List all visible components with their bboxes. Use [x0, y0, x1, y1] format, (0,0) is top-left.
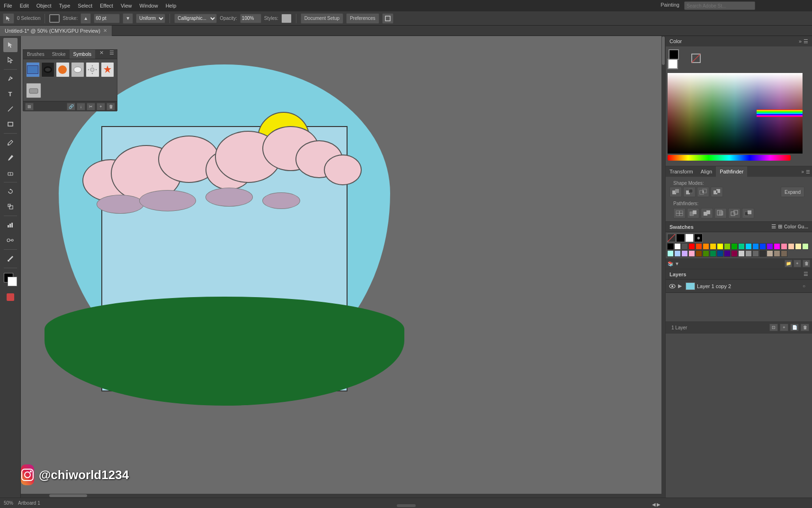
selection-tool[interactable] [3, 38, 18, 52]
swatch-item[interactable] [738, 250, 745, 257]
menu-effect[interactable]: Effect [100, 3, 113, 9]
minus-back-icon[interactable] [742, 208, 754, 218]
minus-front-icon[interactable] [683, 187, 696, 197]
swatch-item[interactable] [759, 243, 766, 250]
swatch-item[interactable] [674, 250, 681, 257]
pencil-tool[interactable] [3, 151, 18, 165]
swap-colors-btn[interactable] [3, 290, 18, 304]
color-panel-header[interactable]: Color » ☰ [666, 36, 812, 46]
preferences-btn[interactable]: Preferences [346, 13, 379, 24]
layer-visibility-icon[interactable] [669, 282, 676, 290]
scale-tool[interactable] [3, 200, 18, 214]
intersect-icon[interactable] [697, 187, 709, 197]
outline-icon[interactable] [728, 208, 741, 218]
swatch-item[interactable] [802, 243, 809, 250]
extra-tool-btn[interactable] [382, 13, 393, 24]
none-swatch[interactable] [667, 234, 676, 242]
swatch-item[interactable] [710, 243, 716, 250]
swatch-lib-btn[interactable]: 📚 [668, 261, 673, 266]
menu-object[interactable]: Object [36, 3, 52, 9]
exclude-icon[interactable] [711, 187, 723, 197]
stroke-tab[interactable]: Stroke [48, 50, 70, 59]
swatch-item[interactable] [681, 243, 688, 250]
menu-help[interactable]: Help [166, 3, 177, 9]
document-setup-btn[interactable]: Document Setup [301, 13, 343, 24]
document-tab[interactable]: Untitled-1* @ 50% (CMYK/GPU Preview) ✕ [0, 26, 112, 36]
brushes-panel-menu-icon[interactable]: ☰ [107, 50, 117, 59]
bp-layer-icon[interactable]: ⊞ [25, 103, 34, 110]
swatch-item[interactable] [752, 250, 759, 257]
layer-lock-icon[interactable]: ○ [803, 283, 809, 289]
pathfinder-tab[interactable]: Pathfinder [716, 166, 747, 177]
prev-artboard-btn[interactable]: ◀ [652, 502, 656, 507]
stroke-up-btn[interactable]: ▲ [80, 13, 91, 24]
bp-break-btn[interactable]: ✂ [87, 103, 95, 110]
bp-place-btn[interactable]: ↓ [77, 103, 85, 110]
new-layer-btn[interactable]: 📄 [790, 324, 799, 331]
swatch-item[interactable] [696, 250, 702, 257]
symbol-blue-rect[interactable] [26, 62, 40, 77]
color-panel-menu-icon[interactable]: ☰ [803, 38, 808, 45]
swatch-item[interactable] [674, 243, 681, 250]
white-swatch[interactable] [685, 234, 694, 242]
graph-tool[interactable] [3, 218, 18, 232]
bg-color-swatch[interactable] [668, 59, 678, 69]
selection-tool-btn[interactable] [3, 13, 14, 24]
symbol-gear[interactable] [86, 62, 99, 77]
color-guide-tab[interactable]: Color Gu... [784, 224, 808, 229]
styles-swatch[interactable] [281, 14, 292, 23]
swatch-item[interactable] [688, 243, 695, 250]
type-tool[interactable]: T [3, 87, 18, 101]
swatch-item[interactable] [781, 243, 787, 250]
symbol-white-shape[interactable] [71, 62, 85, 77]
style-select[interactable]: Calligraphic... [174, 14, 217, 23]
symbol-extra-1[interactable] [26, 83, 41, 98]
swatch-item[interactable] [710, 250, 716, 257]
swatch-item[interactable] [681, 250, 688, 257]
pen-tool[interactable] [3, 72, 18, 86]
swatch-item[interactable] [752, 243, 759, 250]
color-panel-expand-icon[interactable]: » [799, 38, 802, 45]
scrollbar-horizontal[interactable] [21, 494, 665, 498]
canvas-area[interactable] [21, 36, 665, 494]
unite-icon[interactable] [669, 187, 682, 197]
swatch-item[interactable] [688, 250, 695, 257]
expand-btn[interactable]: Expand [781, 187, 804, 197]
scroll-thumb-v[interactable] [662, 36, 665, 65]
swatch-item[interactable] [759, 250, 766, 257]
black-swatch[interactable] [676, 234, 685, 242]
layer-item[interactable]: ▶ Layer 1 copy 2 ○ [666, 280, 812, 293]
make-clipping-mask-btn[interactable]: ⊡ [769, 324, 778, 331]
swatch-item[interactable] [667, 250, 674, 257]
new-sublayer-btn[interactable]: + [780, 324, 788, 331]
swatches-list-icon[interactable]: ☰ [771, 224, 776, 230]
registration-swatch[interactable]: ⊕ [694, 234, 703, 242]
next-artboard-btn[interactable]: ▶ [657, 502, 660, 507]
swatch-item[interactable] [745, 250, 752, 257]
pf-expand-icon[interactable]: » [801, 169, 804, 174]
delete-swatch-btn[interactable]: 🗑 [803, 260, 810, 267]
swatch-item[interactable] [696, 243, 702, 250]
swatch-item[interactable] [745, 243, 752, 250]
search-input[interactable] [684, 1, 755, 10]
swatches-panel-header[interactable]: Swatches ☰ ⊞ Color Gu... [666, 222, 812, 232]
brushes-tab[interactable]: Brushes [23, 50, 48, 59]
layers-panel-menu-icon[interactable]: ☰ [803, 271, 808, 277]
stroke-value-input[interactable] [94, 14, 120, 23]
trim-icon[interactable] [687, 208, 699, 218]
new-swatch-btn[interactable]: + [794, 260, 801, 267]
menu-file[interactable]: File [4, 3, 12, 9]
color-swatches-tool[interactable] [3, 272, 18, 287]
stroke-color-btn[interactable] [49, 14, 60, 23]
rotate-tool[interactable] [3, 184, 18, 199]
bp-new-btn[interactable]: + [97, 103, 105, 110]
bp-link-btn[interactable]: 🔗 [67, 103, 75, 110]
show-types-btn[interactable]: ▼ [675, 261, 679, 266]
color-spectrum[interactable] [666, 71, 812, 166]
swatch-item[interactable] [738, 243, 745, 250]
swatch-item[interactable] [724, 250, 731, 257]
close-tab-icon[interactable]: ✕ [103, 28, 107, 33]
swatch-item[interactable] [724, 243, 731, 250]
bp-delete-btn[interactable]: 🗑 [107, 103, 115, 110]
symbol-star[interactable] [101, 62, 115, 77]
